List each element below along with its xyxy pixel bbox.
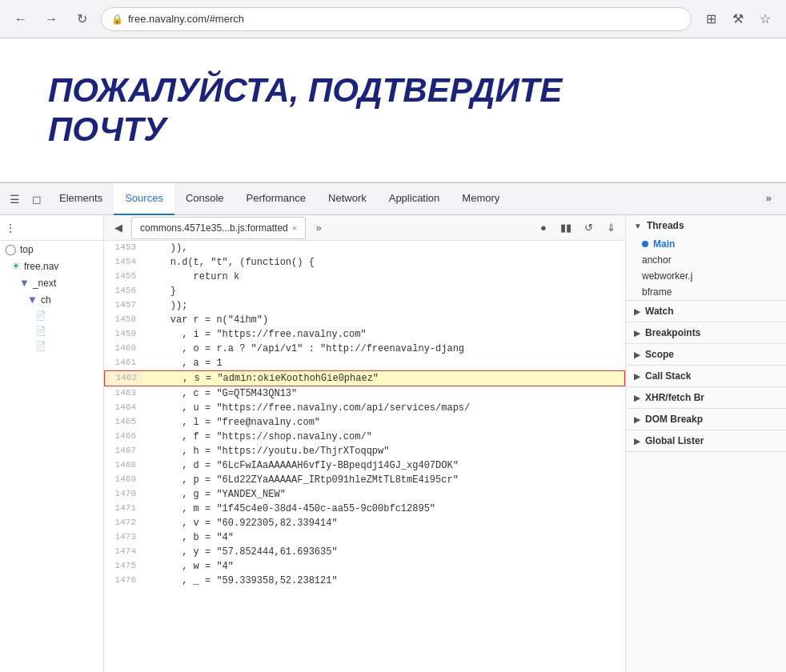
line-number: 1465	[104, 415, 142, 430]
rp-header-breakpoints[interactable]: ▶Breakpoints	[626, 322, 786, 343]
line-content: return k	[142, 270, 625, 284]
tab-elements[interactable]: Elements	[48, 183, 114, 215]
line-content: , g = "YANDEX_NEW"	[142, 487, 625, 502]
tree-item-file3[interactable]: 📄	[0, 338, 103, 354]
code-line: 1468 , d = "6LcFwIAaAAAAAH6vfIy-BBpeqdj1…	[104, 458, 625, 473]
tab-memory[interactable]: Memory	[451, 183, 511, 215]
browser-chrome: ← → ↻ 🔒 free.navalny.com/#merch ⊞ ⚒ ☆	[0, 0, 786, 38]
rp-section-watch: ▶Watch	[626, 301, 786, 322]
line-number: 1470	[104, 487, 142, 502]
line-content: n.d(t, "t", (function() {	[142, 255, 625, 270]
rp-section-dom-breakp: ▶DOM Breakp	[626, 409, 786, 430]
tree-item-file1[interactable]: 📄	[0, 308, 103, 323]
forward-button[interactable]: →	[40, 8, 62, 30]
rp-arrow-icon: ▶	[634, 372, 640, 381]
rp-item-bframe[interactable]: bframe	[626, 284, 786, 300]
toolbar-format-btn[interactable]: ●	[534, 218, 553, 238]
rp-header-watch[interactable]: ▶Watch	[626, 301, 786, 322]
tab-application[interactable]: Application	[378, 183, 451, 215]
line-content: , u = "https://free.navalny.com/api/serv…	[142, 401, 625, 415]
rp-header-call stack[interactable]: ▶Call Stack	[626, 366, 786, 386]
rp-arrow-icon: ▶	[634, 394, 640, 402]
reload-button[interactable]: ↻	[70, 8, 93, 30]
line-number: 1476	[104, 574, 142, 588]
code-line: 1455 return k	[104, 270, 625, 284]
devtools-inspect-btn[interactable]: ◻	[26, 188, 48, 210]
code-line: 1476 , _ = "59.339358,52.238121"	[104, 574, 625, 588]
tab-sources[interactable]: Sources	[114, 183, 174, 215]
line-content: , m = "1f45c4e0-38d4-450c-aa55-9c00bfc12…	[142, 502, 625, 516]
line-number: 1474	[104, 545, 142, 559]
tree-item-next[interactable]: ▼ _next	[0, 274, 103, 291]
toolbar-pause-btn[interactable]: ▮▮	[556, 218, 575, 238]
rp-item-main[interactable]: Main	[626, 236, 786, 252]
tree-options-icon[interactable]: ⋮	[5, 222, 16, 234]
code-line: 1465 , l = "free@navalny.com"	[104, 415, 625, 430]
toolbar-back-btn[interactable]: ◀	[109, 218, 128, 238]
line-content: , b = "4"	[142, 530, 625, 545]
line-number: 1455	[104, 270, 142, 284]
rp-header-scope[interactable]: ▶Scope	[626, 344, 786, 365]
tab-console[interactable]: Console	[174, 183, 235, 215]
code-tab-file[interactable]: commons.4571e35...b.js:formatted ×	[131, 217, 306, 239]
tree-item-top[interactable]: ◯ top	[0, 241, 103, 258]
code-line: 1470 , g = "YANDEX_NEW"	[104, 487, 625, 502]
line-content: , y = "57.852444,61.693635"	[142, 545, 625, 559]
right-panel: ▼ThreadsMainanchorwebworker.jbframe▶Watc…	[626, 215, 786, 672]
folder-open-icon: ▼	[19, 277, 30, 289]
line-number: 1473	[104, 530, 142, 545]
devtools-toggle-btn[interactable]: ☰	[3, 188, 26, 210]
apps-icon[interactable]: ⊞	[700, 8, 722, 30]
browser-actions: ⊞ ⚒ ☆	[700, 8, 776, 30]
rp-item-webworker.j[interactable]: webworker.j	[626, 268, 786, 284]
toolbar-step-btn[interactable]: ⇓	[601, 218, 620, 238]
toolbar-more-btn[interactable]: »	[309, 218, 328, 238]
rp-section-label: Global Lister	[645, 435, 704, 446]
rp-section-breakpoints: ▶Breakpoints	[626, 322, 786, 344]
rp-section-scope: ▶Scope	[626, 344, 786, 366]
tree-item-file2[interactable]: 📄	[0, 323, 103, 338]
code-line: 1471 , m = "1f45c4e0-38d4-450c-aa55-9c00…	[104, 502, 625, 516]
rp-section-label: Threads	[647, 220, 684, 231]
rp-header-global lister[interactable]: ▶Global Lister	[626, 430, 786, 451]
line-content: , d = "6LcFwIAaAAAAAH6vfIy-BBpeqdj14GJ_x…	[142, 458, 625, 473]
line-content: , _ = "59.339358,52.238121"	[142, 574, 625, 588]
rp-item-label: webworker.j	[642, 270, 692, 282]
code-line: 1454 n.d(t, "t", (function() {	[104, 255, 625, 270]
line-number: 1468	[104, 458, 142, 473]
line-number: 1464	[104, 401, 142, 415]
toolbar-stepover-btn[interactable]: ↺	[579, 218, 598, 238]
code-line: 1463 , c = "G=QT5M43QN13"	[104, 386, 625, 401]
file-icon-3: 📄	[35, 341, 46, 351]
code-tab-close[interactable]: ×	[292, 223, 297, 233]
rp-header-threads[interactable]: ▼Threads	[626, 215, 786, 236]
line-number: 1471	[104, 502, 142, 516]
rp-header-xhr/fetch br[interactable]: ▶XHR/fetch Br	[626, 387, 786, 408]
code-line: 1473 , b = "4"	[104, 530, 625, 545]
tab-performance[interactable]: Performance	[235, 183, 317, 215]
rp-item-anchor[interactable]: anchor	[626, 252, 786, 268]
devtools: ☰ ◻ Elements Sources Console Performance…	[0, 182, 786, 672]
line-content: }	[142, 284, 625, 298]
extensions-icon[interactable]: ⚒	[727, 8, 749, 30]
folder-icon: ◯	[5, 243, 17, 255]
code-line: 1460 , o = r.a ? "/api/v1" : "http://fre…	[104, 342, 625, 356]
line-content: , f = "https://shop.navalny.com/"	[142, 430, 625, 444]
code-line: 1462 , s = "admin:okieKoothohGie0phaez"	[104, 370, 625, 386]
rp-header-dom breakp[interactable]: ▶DOM Breakp	[626, 409, 786, 430]
page-content: ПОЖАЛУЙСТА, ПОДТВЕРДИТЕ ПОЧТУ	[0, 38, 786, 182]
back-button[interactable]: ←	[10, 8, 32, 30]
tree-item-ch[interactable]: ▼ ch	[0, 291, 103, 308]
code-content[interactable]: 1453 )),1454 n.d(t, "t", (function() {14…	[104, 241, 625, 672]
tree-item-freenav[interactable]: ☀ free.nav	[0, 258, 103, 274]
bookmark-icon[interactable]: ☆	[754, 8, 776, 30]
line-number: 1456	[104, 284, 142, 298]
line-number: 1463	[104, 386, 142, 401]
tab-more[interactable]: »	[755, 183, 783, 215]
devtools-tabbar: ☰ ◻ Elements Sources Console Performance…	[0, 183, 786, 215]
code-toolbar: ◀ commons.4571e35...b.js:formatted × » ●…	[104, 215, 625, 241]
address-bar[interactable]: 🔒 free.navalny.com/#merch	[101, 7, 692, 31]
code-line: 1457 ));	[104, 298, 625, 313]
code-line: 1453 )),	[104, 241, 625, 255]
tab-network[interactable]: Network	[317, 183, 378, 215]
